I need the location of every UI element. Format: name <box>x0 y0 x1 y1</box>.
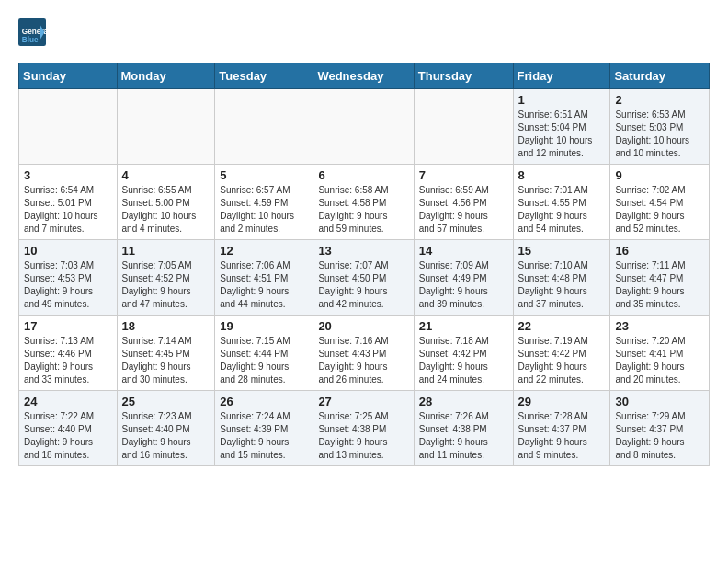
calendar-day-26: 26Sunrise: 7:24 AM Sunset: 4:39 PM Dayli… <box>215 391 313 466</box>
day-info: Sunrise: 6:57 AM Sunset: 4:59 PM Dayligh… <box>220 184 308 236</box>
day-info: Sunrise: 7:09 AM Sunset: 4:49 PM Dayligh… <box>419 259 508 311</box>
day-info: Sunrise: 7:29 AM Sunset: 4:37 PM Dayligh… <box>615 410 704 462</box>
weekday-header-monday: Monday <box>117 63 215 89</box>
day-info: Sunrise: 7:01 AM Sunset: 4:55 PM Dayligh… <box>518 184 606 236</box>
calendar-day-24: 24Sunrise: 7:22 AM Sunset: 4:40 PM Dayli… <box>19 391 118 466</box>
calendar-day-25: 25Sunrise: 7:23 AM Sunset: 4:40 PM Dayli… <box>117 391 215 466</box>
day-info: Sunrise: 7:02 AM Sunset: 4:54 PM Dayligh… <box>615 184 704 236</box>
day-number: 16 <box>615 244 704 258</box>
day-number: 25 <box>122 395 210 408</box>
day-info: Sunrise: 7:15 AM Sunset: 4:44 PM Dayligh… <box>220 335 308 386</box>
day-number: 5 <box>220 168 308 182</box>
calendar-header-row: SundayMondayTuesdayWednesdayThursdayFrid… <box>19 63 710 89</box>
day-number: 17 <box>24 319 112 333</box>
weekday-header-saturday: Saturday <box>610 63 710 89</box>
day-info: Sunrise: 6:58 AM Sunset: 4:58 PM Dayligh… <box>318 184 408 236</box>
day-number: 6 <box>318 168 408 182</box>
day-number: 2 <box>615 93 704 107</box>
day-info: Sunrise: 7:07 AM Sunset: 4:50 PM Dayligh… <box>318 259 408 311</box>
calendar-day-12: 12Sunrise: 7:06 AM Sunset: 4:51 PM Dayli… <box>215 240 313 316</box>
day-number: 14 <box>419 244 508 258</box>
calendar-week-row: 24Sunrise: 7:22 AM Sunset: 4:40 PM Dayli… <box>19 391 710 466</box>
calendar-day-30: 30Sunrise: 7:29 AM Sunset: 4:37 PM Dayli… <box>610 391 710 466</box>
day-number: 22 <box>518 319 606 333</box>
weekday-header-tuesday: Tuesday <box>215 63 313 89</box>
calendar-day-28: 28Sunrise: 7:26 AM Sunset: 4:38 PM Dayli… <box>414 391 513 466</box>
calendar-day-23: 23Sunrise: 7:20 AM Sunset: 4:41 PM Dayli… <box>610 316 710 391</box>
day-number: 12 <box>220 244 308 258</box>
day-number: 9 <box>615 168 704 182</box>
day-info: Sunrise: 7:16 AM Sunset: 4:43 PM Dayligh… <box>318 335 408 386</box>
logo: General Blue <box>18 18 50 46</box>
weekday-header-sunday: Sunday <box>19 63 118 89</box>
day-info: Sunrise: 6:51 AM Sunset: 5:04 PM Dayligh… <box>518 109 606 160</box>
calendar-day-21: 21Sunrise: 7:18 AM Sunset: 4:42 PM Dayli… <box>414 316 513 391</box>
day-info: Sunrise: 6:54 AM Sunset: 5:01 PM Dayligh… <box>24 184 112 236</box>
day-number: 21 <box>419 319 508 333</box>
day-info: Sunrise: 7:24 AM Sunset: 4:39 PM Dayligh… <box>220 410 308 462</box>
day-info: Sunrise: 7:26 AM Sunset: 4:38 PM Dayligh… <box>419 410 508 462</box>
calendar-day-7: 7Sunrise: 6:59 AM Sunset: 4:56 PM Daylig… <box>414 165 513 240</box>
calendar-day-1: 1Sunrise: 6:51 AM Sunset: 5:04 PM Daylig… <box>513 89 610 165</box>
day-info: Sunrise: 7:06 AM Sunset: 4:51 PM Dayligh… <box>220 259 308 311</box>
calendar-day-16: 16Sunrise: 7:11 AM Sunset: 4:47 PM Dayli… <box>610 240 710 316</box>
calendar: SundayMondayTuesdayWednesdayThursdayFrid… <box>18 63 710 466</box>
calendar-day-29: 29Sunrise: 7:28 AM Sunset: 4:37 PM Dayli… <box>513 391 610 466</box>
weekday-header-friday: Friday <box>513 63 610 89</box>
day-info: Sunrise: 7:13 AM Sunset: 4:46 PM Dayligh… <box>24 335 112 386</box>
day-info: Sunrise: 7:22 AM Sunset: 4:40 PM Dayligh… <box>24 410 112 462</box>
day-number: 4 <box>122 168 210 182</box>
day-number: 28 <box>419 395 508 408</box>
calendar-week-row: 10Sunrise: 7:03 AM Sunset: 4:53 PM Dayli… <box>19 240 710 316</box>
day-number: 20 <box>318 319 408 333</box>
day-number: 19 <box>220 319 308 333</box>
calendar-day-4: 4Sunrise: 6:55 AM Sunset: 5:00 PM Daylig… <box>117 165 215 240</box>
calendar-day-3: 3Sunrise: 6:54 AM Sunset: 5:01 PM Daylig… <box>19 165 118 240</box>
day-number: 24 <box>24 395 112 408</box>
day-number: 1 <box>518 93 606 107</box>
day-number: 23 <box>615 319 704 333</box>
day-info: Sunrise: 7:28 AM Sunset: 4:37 PM Dayligh… <box>518 410 606 462</box>
day-number: 27 <box>318 395 408 408</box>
calendar-day-27: 27Sunrise: 7:25 AM Sunset: 4:38 PM Dayli… <box>313 391 414 466</box>
day-info: Sunrise: 7:25 AM Sunset: 4:38 PM Dayligh… <box>318 410 408 462</box>
calendar-day-empty <box>313 89 414 165</box>
day-number: 11 <box>122 244 210 258</box>
calendar-day-22: 22Sunrise: 7:19 AM Sunset: 4:42 PM Dayli… <box>513 316 610 391</box>
day-number: 8 <box>518 168 606 182</box>
calendar-day-20: 20Sunrise: 7:16 AM Sunset: 4:43 PM Dayli… <box>313 316 414 391</box>
calendar-day-11: 11Sunrise: 7:05 AM Sunset: 4:52 PM Dayli… <box>117 240 215 316</box>
day-info: Sunrise: 7:18 AM Sunset: 4:42 PM Dayligh… <box>419 335 508 386</box>
calendar-day-empty <box>215 89 313 165</box>
calendar-week-row: 1Sunrise: 6:51 AM Sunset: 5:04 PM Daylig… <box>19 89 710 165</box>
calendar-day-10: 10Sunrise: 7:03 AM Sunset: 4:53 PM Dayli… <box>19 240 118 316</box>
day-info: Sunrise: 7:20 AM Sunset: 4:41 PM Dayligh… <box>615 335 704 386</box>
day-info: Sunrise: 6:55 AM Sunset: 5:00 PM Dayligh… <box>122 184 210 236</box>
day-number: 18 <box>122 319 210 333</box>
calendar-day-17: 17Sunrise: 7:13 AM Sunset: 4:46 PM Dayli… <box>19 316 118 391</box>
calendar-day-14: 14Sunrise: 7:09 AM Sunset: 4:49 PM Dayli… <box>414 240 513 316</box>
day-info: Sunrise: 6:53 AM Sunset: 5:03 PM Dayligh… <box>615 109 704 160</box>
calendar-week-row: 3Sunrise: 6:54 AM Sunset: 5:01 PM Daylig… <box>19 165 710 240</box>
calendar-day-6: 6Sunrise: 6:58 AM Sunset: 4:58 PM Daylig… <box>313 165 414 240</box>
calendar-day-18: 18Sunrise: 7:14 AM Sunset: 4:45 PM Dayli… <box>117 316 215 391</box>
weekday-header-thursday: Thursday <box>414 63 513 89</box>
weekday-header-wednesday: Wednesday <box>313 63 414 89</box>
day-number: 10 <box>24 244 112 258</box>
day-number: 7 <box>419 168 508 182</box>
calendar-day-5: 5Sunrise: 6:57 AM Sunset: 4:59 PM Daylig… <box>215 165 313 240</box>
calendar-day-empty <box>19 89 118 165</box>
day-number: 3 <box>24 168 112 182</box>
calendar-day-empty <box>117 89 215 165</box>
svg-text:Blue: Blue <box>22 36 39 44</box>
logo-icon: General Blue <box>18 18 46 46</box>
day-info: Sunrise: 7:19 AM Sunset: 4:42 PM Dayligh… <box>518 335 606 386</box>
calendar-day-13: 13Sunrise: 7:07 AM Sunset: 4:50 PM Dayli… <box>313 240 414 316</box>
calendar-day-8: 8Sunrise: 7:01 AM Sunset: 4:55 PM Daylig… <box>513 165 610 240</box>
day-number: 26 <box>220 395 308 408</box>
day-number: 29 <box>518 395 606 408</box>
day-info: Sunrise: 7:03 AM Sunset: 4:53 PM Dayligh… <box>24 259 112 311</box>
calendar-day-19: 19Sunrise: 7:15 AM Sunset: 4:44 PM Dayli… <box>215 316 313 391</box>
calendar-day-9: 9Sunrise: 7:02 AM Sunset: 4:54 PM Daylig… <box>610 165 710 240</box>
day-info: Sunrise: 7:05 AM Sunset: 4:52 PM Dayligh… <box>122 259 210 311</box>
